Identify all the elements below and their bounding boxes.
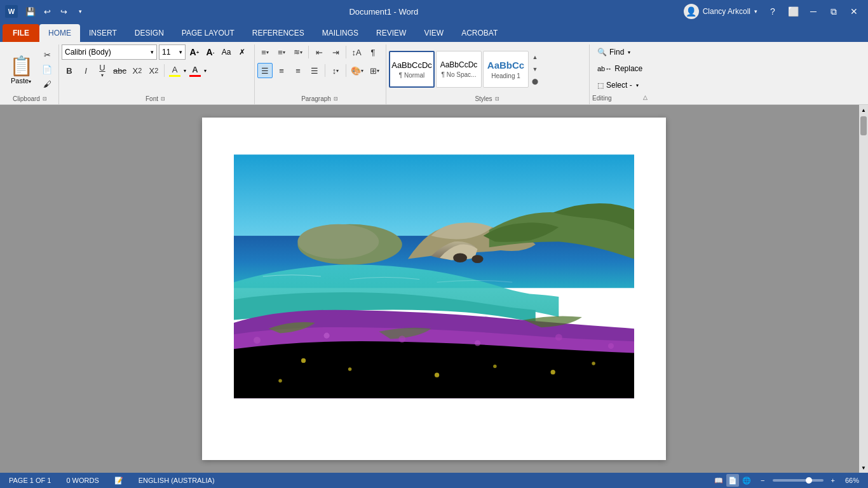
format-painter-button[interactable]: 🖌 xyxy=(39,77,55,91)
font-color-button[interactable]: A xyxy=(187,63,203,78)
user-dropdown-icon: ▾ xyxy=(754,8,757,15)
zoom-out-btn[interactable]: − xyxy=(758,474,767,487)
paste-button[interactable]: 📋 Paste▾ xyxy=(5,52,37,87)
tab-design[interactable]: DESIGN xyxy=(126,24,173,42)
bullets-button[interactable]: ≡▾ xyxy=(257,44,273,60)
sort-button[interactable]: ↕A xyxy=(349,44,364,60)
align-left-button[interactable]: ☰ xyxy=(257,63,273,78)
zoom-level[interactable]: 66% xyxy=(843,474,862,487)
clear-formatting-button[interactable]: ✗ xyxy=(235,45,249,59)
styles-scroll-buttons: ▲ ▼ ⬤ xyxy=(530,51,540,87)
scroll-thumb[interactable] xyxy=(860,116,867,135)
align-center-button[interactable]: ≡ xyxy=(274,63,289,78)
close-button[interactable]: ✕ xyxy=(845,3,863,20)
proofing-icon: 📝 xyxy=(114,477,123,485)
editing-collapse-icon[interactable]: △ xyxy=(643,94,648,102)
subscript-button[interactable]: X2 xyxy=(130,63,145,78)
zoom-in-btn[interactable]: + xyxy=(829,474,837,487)
font-size-selector[interactable]: 11 ▾ xyxy=(159,44,186,60)
multilevel-list-button[interactable]: ≋▾ xyxy=(290,44,306,60)
borders-button[interactable]: ⊞▾ xyxy=(367,63,382,78)
clipboard-expand-icon[interactable]: ⊡ xyxy=(43,96,47,102)
style-normal[interactable]: AaBbCcDc ¶ Normal xyxy=(389,51,435,88)
vertical-scrollbar[interactable]: ▲ ▼ xyxy=(859,105,868,473)
italic-button[interactable]: I xyxy=(78,63,93,78)
cut-button[interactable]: ✂ xyxy=(39,48,55,62)
decrease-indent-button[interactable]: ⇤ xyxy=(311,44,327,60)
font-expand-icon[interactable]: ⊡ xyxy=(161,96,165,102)
style-heading1[interactable]: AaBbCc Heading 1 xyxy=(483,51,529,88)
styles-scroll-down[interactable]: ▼ xyxy=(530,64,540,75)
minimize-button[interactable]: ─ xyxy=(804,3,822,20)
language-btn[interactable]: ENGLISH (AUSTRALIA) xyxy=(136,474,217,487)
highlight-dropdown-icon[interactable]: ▾ xyxy=(184,68,186,74)
styles-expand[interactable]: ⬤ xyxy=(530,76,540,87)
tab-references[interactable]: REFERENCES xyxy=(243,24,313,42)
undo-quick-btn[interactable]: ↩ xyxy=(39,4,55,19)
replace-button[interactable]: ab↔ Replace xyxy=(592,61,648,76)
scroll-track[interactable] xyxy=(859,115,868,463)
proofing-btn[interactable]: 📝 xyxy=(112,474,126,487)
style-h1-preview: AaBbCc xyxy=(487,60,524,71)
tab-review[interactable]: REVIEW xyxy=(367,24,415,42)
tab-mailings[interactable]: MAILINGS xyxy=(313,24,367,42)
scroll-down-arrow[interactable]: ▼ xyxy=(859,463,868,473)
zoom-slider[interactable] xyxy=(773,479,824,482)
copy-button[interactable]: 📄 xyxy=(39,62,55,76)
help-button[interactable]: ? xyxy=(764,3,782,20)
tab-acrobat[interactable]: ACROBAT xyxy=(452,24,506,42)
font-family-selector[interactable]: Calibri (Body) ▾ xyxy=(62,44,157,60)
justify-button[interactable]: ☰ xyxy=(307,63,322,78)
svg-point-5 xyxy=(471,255,483,263)
find-icon: 🔍 xyxy=(597,48,607,57)
page-info[interactable]: PAGE 1 OF 1 xyxy=(6,474,53,487)
select-button[interactable]: ⬚ Select - ▾ xyxy=(592,78,644,93)
restore-button[interactable]: ⧉ xyxy=(825,3,843,20)
document-image[interactable] xyxy=(234,143,634,410)
align-right-button[interactable]: ≡ xyxy=(290,63,306,78)
styles-scroll-up[interactable]: ▲ xyxy=(530,51,540,63)
bold-button[interactable]: B xyxy=(62,63,77,78)
underline-button[interactable]: U ▾ xyxy=(95,63,110,78)
tab-file[interactable]: FILE xyxy=(3,24,39,42)
change-case-button[interactable]: Aa xyxy=(219,45,233,59)
styles-gallery: AaBbCcDc ¶ Normal AaBbCcDc ¶ No Spac... … xyxy=(389,51,529,88)
show-marks-button[interactable]: ¶ xyxy=(365,44,381,60)
page-count: PAGE 1 OF 1 xyxy=(9,477,51,484)
web-layout-btn[interactable]: 🌐 xyxy=(740,474,753,487)
para-divider4 xyxy=(346,64,346,77)
word-count[interactable]: 0 WORDS xyxy=(64,474,101,487)
font-grow-button[interactable]: A+ xyxy=(187,45,201,59)
tab-insert[interactable]: INSERT xyxy=(80,24,126,42)
styles-expand-icon[interactable]: ⊡ xyxy=(495,96,499,102)
increase-indent-button[interactable]: ⇥ xyxy=(328,44,343,60)
ribbon-display-btn[interactable]: ⬜ xyxy=(784,3,802,20)
tab-page-layout[interactable]: PAGE LAYOUT xyxy=(173,24,243,42)
text-highlight-button[interactable]: A xyxy=(167,63,182,78)
svg-point-12 xyxy=(592,362,595,365)
scroll-up-arrow[interactable]: ▲ xyxy=(859,105,868,115)
print-layout-btn[interactable]: 📄 xyxy=(726,474,739,487)
find-button[interactable]: 🔍 Find ▾ xyxy=(592,44,635,60)
zoom-thumb[interactable] xyxy=(806,477,812,484)
line-spacing-button[interactable]: ↕▾ xyxy=(328,63,343,78)
redo-quick-btn[interactable]: ↪ xyxy=(56,4,71,19)
font-shrink-button[interactable]: A- xyxy=(203,45,217,59)
svg-point-3 xyxy=(297,224,379,259)
numbering-button[interactable]: ≡▾ xyxy=(274,44,289,60)
tab-home[interactable]: HOME xyxy=(39,24,80,42)
strikethrough-button[interactable]: abc xyxy=(111,63,128,78)
font-color-dropdown-icon[interactable]: ▾ xyxy=(204,68,207,74)
customize-quick-btn[interactable]: ▾ xyxy=(72,4,88,19)
superscript-button[interactable]: X2 xyxy=(146,63,161,78)
save-quick-btn[interactable]: 💾 xyxy=(23,4,38,19)
document-page xyxy=(202,118,666,460)
paragraph-expand-icon[interactable]: ⊡ xyxy=(334,96,338,102)
read-mode-btn[interactable]: 📖 xyxy=(712,474,725,487)
user-menu[interactable]: 👤 Clancy Arkcoll ▾ xyxy=(680,3,761,20)
shading-button[interactable]: 🎨▾ xyxy=(349,63,365,78)
tab-view[interactable]: VIEW xyxy=(415,24,452,42)
style-no-spacing[interactable]: AaBbCcDc ¶ No Spac... xyxy=(436,51,482,88)
document-area: ▲ ▼ xyxy=(0,105,868,473)
find-dropdown-icon: ▾ xyxy=(628,50,630,55)
